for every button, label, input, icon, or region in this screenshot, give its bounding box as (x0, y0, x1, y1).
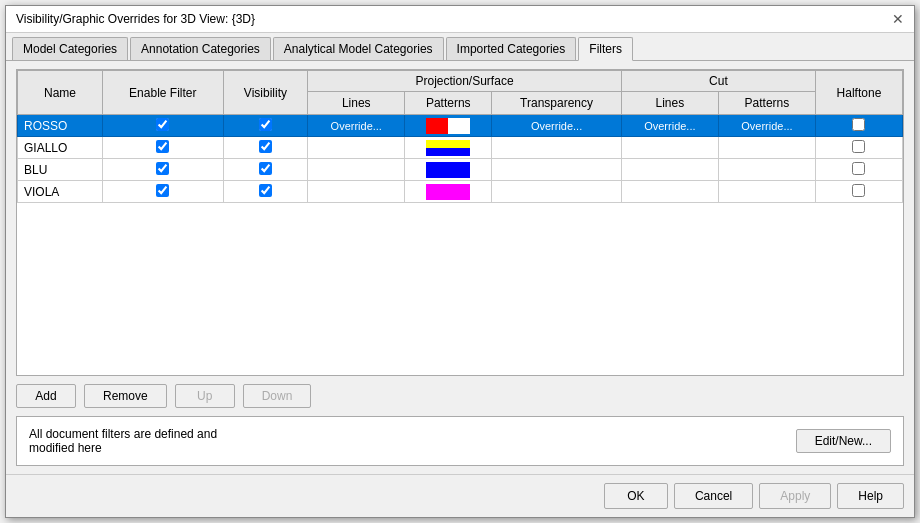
cell-halftone[interactable] (815, 137, 902, 159)
visibility-checkbox[interactable] (259, 140, 272, 153)
remove-button[interactable]: Remove (84, 384, 167, 408)
table-row[interactable]: VIOLA (18, 181, 903, 203)
table-row[interactable]: ROSSOOverride...Override...Override...Ov… (18, 115, 903, 137)
cell-transparency (492, 159, 622, 181)
halftone-checkbox[interactable] (852, 184, 865, 197)
cell-visibility[interactable] (223, 115, 308, 137)
tab-bar: Model Categories Annotation Categories A… (6, 33, 914, 61)
apply-button[interactable]: Apply (759, 483, 831, 509)
cell-enable-filter[interactable] (102, 115, 223, 137)
tab-analytical-model-categories[interactable]: Analytical Model Categories (273, 37, 444, 60)
enable-filter-checkbox[interactable] (156, 162, 169, 175)
tab-filters[interactable]: Filters (578, 37, 633, 61)
info-text: All document filters are defined andmodi… (29, 427, 780, 455)
col-header-enable-filter: Enable Filter (102, 71, 223, 115)
cell-halftone[interactable] (815, 115, 902, 137)
cut-patterns-override-button[interactable]: Override... (741, 120, 792, 132)
dialog-title: Visibility/Graphic Overrides for 3D View… (16, 12, 255, 26)
enable-filter-checkbox[interactable] (156, 118, 169, 131)
col-header-lines: Lines (308, 92, 405, 115)
cell-visibility[interactable] (223, 159, 308, 181)
col-header-projection-surface: Projection/Surface (308, 71, 622, 92)
cell-enable-filter[interactable] (102, 137, 223, 159)
col-header-cut-lines: Lines (621, 92, 718, 115)
edit-new-button[interactable]: Edit/New... (796, 429, 891, 453)
proj-lines-override-button[interactable]: Override... (331, 120, 382, 132)
col-header-cut-patterns: Patterns (718, 92, 815, 115)
cell-cut-patterns (718, 181, 815, 203)
info-box: All document filters are defined andmodi… (16, 416, 904, 466)
help-button[interactable]: Help (837, 483, 904, 509)
cell-cut-lines (621, 137, 718, 159)
col-header-transparency: Transparency (492, 92, 622, 115)
action-buttons: Add Remove Up Down (16, 376, 904, 412)
visibility-checkbox[interactable] (259, 162, 272, 175)
cell-halftone[interactable] (815, 181, 902, 203)
cell-proj-lines[interactable]: Override... (308, 115, 405, 137)
cell-cut-lines (621, 159, 718, 181)
cell-proj-patterns[interactable] (405, 115, 492, 137)
cell-proj-patterns[interactable] (405, 181, 492, 203)
cell-cut-lines[interactable]: Override... (621, 115, 718, 137)
cell-proj-lines (308, 181, 405, 203)
tab-annotation-categories[interactable]: Annotation Categories (130, 37, 271, 60)
cell-visibility[interactable] (223, 181, 308, 203)
up-button[interactable]: Up (175, 384, 235, 408)
col-header-patterns: Patterns (405, 92, 492, 115)
halftone-checkbox[interactable] (852, 118, 865, 131)
cell-name: ROSSO (18, 115, 103, 137)
cell-cut-lines (621, 181, 718, 203)
cell-transparency (492, 137, 622, 159)
cell-enable-filter[interactable] (102, 181, 223, 203)
table-row[interactable]: BLU (18, 159, 903, 181)
cell-transparency (492, 181, 622, 203)
main-content: Name Enable Filter Visibility Projection… (6, 61, 914, 474)
cancel-button[interactable]: Cancel (674, 483, 753, 509)
cell-visibility[interactable] (223, 137, 308, 159)
cell-proj-lines (308, 137, 405, 159)
close-button[interactable]: ✕ (892, 12, 904, 26)
cell-cut-patterns (718, 137, 815, 159)
col-header-cut: Cut (621, 71, 815, 92)
halftone-checkbox[interactable] (852, 140, 865, 153)
col-header-visibility: Visibility (223, 71, 308, 115)
halftone-checkbox[interactable] (852, 162, 865, 175)
tab-imported-categories[interactable]: Imported Categories (446, 37, 577, 60)
cell-name: BLU (18, 159, 103, 181)
footer: OK Cancel Apply Help (6, 474, 914, 517)
cell-proj-lines (308, 159, 405, 181)
down-button[interactable]: Down (243, 384, 312, 408)
filter-table-area: Name Enable Filter Visibility Projection… (16, 69, 904, 376)
transparency-override-button[interactable]: Override... (531, 120, 582, 132)
visibility-checkbox[interactable] (259, 118, 272, 131)
cell-cut-patterns[interactable]: Override... (718, 115, 815, 137)
ok-button[interactable]: OK (604, 483, 668, 509)
tab-model-categories[interactable]: Model Categories (12, 37, 128, 60)
dialog: Visibility/Graphic Overrides for 3D View… (5, 5, 915, 518)
cut-lines-override-button[interactable]: Override... (644, 120, 695, 132)
filter-table: Name Enable Filter Visibility Projection… (17, 70, 903, 203)
add-button[interactable]: Add (16, 384, 76, 408)
cell-transparency[interactable]: Override... (492, 115, 622, 137)
table-row[interactable]: GIALLO (18, 137, 903, 159)
enable-filter-checkbox[interactable] (156, 184, 169, 197)
col-header-name: Name (18, 71, 103, 115)
cell-enable-filter[interactable] (102, 159, 223, 181)
title-bar: Visibility/Graphic Overrides for 3D View… (6, 6, 914, 33)
cell-cut-patterns (718, 159, 815, 181)
col-header-halftone: Halftone (815, 71, 902, 115)
cell-halftone[interactable] (815, 159, 902, 181)
enable-filter-checkbox[interactable] (156, 140, 169, 153)
visibility-checkbox[interactable] (259, 184, 272, 197)
cell-proj-patterns[interactable] (405, 159, 492, 181)
cell-name: GIALLO (18, 137, 103, 159)
cell-name: VIOLA (18, 181, 103, 203)
cell-proj-patterns[interactable] (405, 137, 492, 159)
